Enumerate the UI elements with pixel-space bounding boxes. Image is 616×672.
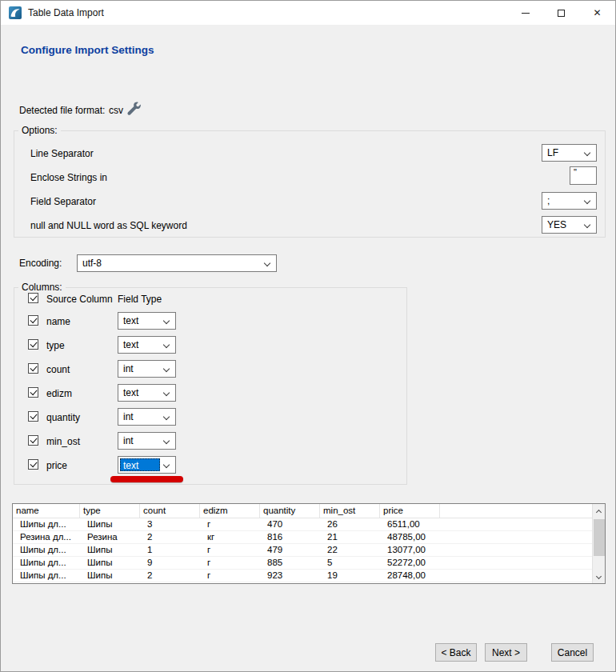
field-type-select-type[interactable]: text: [118, 336, 176, 354]
mysql-dolphin-icon: [9, 6, 22, 19]
encoding-label: Encoding:: [19, 258, 62, 269]
column-label-type: type: [46, 340, 65, 351]
column-label-min-ost: min_ost: [46, 436, 80, 447]
annotation-red-underline: [110, 476, 183, 482]
minimize-button[interactable]: [507, 1, 543, 25]
column-checkbox-price[interactable]: [28, 459, 38, 470]
chevron-down-icon: [163, 414, 170, 420]
field-type-header: Field Type: [118, 294, 162, 305]
field-separator-select[interactable]: ;: [542, 192, 597, 210]
close-button[interactable]: ✕: [579, 1, 615, 25]
detected-format-value: csv: [109, 105, 123, 116]
window-controls: ✕: [507, 1, 615, 25]
source-column-header: Source Column: [46, 294, 113, 305]
null-keyword-select[interactable]: YES: [542, 216, 597, 234]
table-row[interactable]: Шипы дл... Шипы 2 г 923 19 28748,00: [13, 570, 605, 582]
field-separator-label: Field Separator: [30, 196, 96, 207]
column-header-min-ost[interactable]: min_ost: [320, 504, 380, 518]
column-header-filler: [440, 504, 605, 518]
table-data-import-window: Table Data Import ✕ Configure Import Set…: [0, 0, 616, 672]
field-type-select-min-ost[interactable]: int: [118, 432, 176, 450]
columns-group: Columns: Source Column Field Type name t…: [14, 287, 407, 485]
chevron-down-icon: [163, 366, 170, 372]
field-type-select-price[interactable]: text: [118, 456, 176, 474]
scroll-up-icon[interactable]: [596, 510, 602, 515]
field-type-select-name[interactable]: text: [118, 312, 176, 330]
selected-value-highlight: text: [120, 458, 160, 471]
field-type-select-quantity[interactable]: int: [118, 408, 176, 426]
column-header-type[interactable]: type: [80, 504, 140, 518]
data-preview-table: name type count edizm quantity min_ost p…: [12, 503, 606, 584]
next-button[interactable]: Next >: [485, 643, 527, 662]
select-all-columns-checkbox[interactable]: [28, 293, 38, 303]
close-icon: ✕: [593, 8, 601, 18]
column-checkbox-type[interactable]: [28, 339, 38, 350]
chevron-down-icon: [163, 342, 170, 348]
options-group: Options: Line Separator LF Enclose Strin…: [14, 130, 606, 238]
table-row[interactable]: Шипы дл... Шипы 9 г 885 5 52272,00: [13, 557, 605, 570]
page-title: Configure Import Settings: [21, 44, 154, 56]
column-label-price: price: [46, 460, 67, 471]
column-header-name[interactable]: name: [13, 504, 80, 518]
column-header-count[interactable]: count: [140, 504, 200, 518]
detected-format-label: Detected file format:: [19, 105, 105, 116]
chevron-down-icon: [163, 462, 170, 468]
scrollbar-thumb[interactable]: [594, 519, 605, 556]
wrench-icon[interactable]: [126, 102, 142, 117]
chevron-down-icon: [163, 390, 170, 396]
options-group-label: Options:: [18, 125, 61, 136]
vertical-scrollbar[interactable]: [592, 504, 605, 583]
column-label-name: name: [46, 316, 70, 327]
column-checkbox-min-ost[interactable]: [28, 435, 38, 446]
chevron-down-icon: [584, 222, 590, 228]
null-keyword-label: null and NULL word as SQL keyword: [30, 220, 187, 231]
chevron-down-icon: [163, 318, 170, 324]
column-header-price[interactable]: price: [380, 504, 440, 518]
window-title: Table Data Import: [28, 7, 104, 18]
columns-group-label: Columns:: [18, 282, 66, 293]
column-header-quantity[interactable]: quantity: [260, 504, 320, 518]
field-type-select-edizm[interactable]: text: [118, 384, 176, 402]
enclose-strings-label: Enclose Strings in: [30, 172, 107, 183]
cancel-button[interactable]: Cancel: [551, 643, 594, 662]
column-label-count: count: [46, 364, 70, 375]
titlebar[interactable]: Table Data Import ✕: [1, 1, 615, 25]
maximize-button[interactable]: [543, 1, 579, 25]
chevron-down-icon: [264, 260, 270, 266]
table-row[interactable]: Шипы дл... Шипы 1 г 479 22 13077,00: [13, 544, 605, 557]
table-row[interactable]: Шипы дл... Шипы 3 г 470 26 6511,00: [13, 518, 605, 531]
line-separator-label: Line Separator: [30, 148, 94, 159]
encoding-select[interactable]: utf-8: [77, 254, 277, 272]
table-header-row: name type count edizm quantity min_ost p…: [13, 504, 605, 518]
column-checkbox-edizm[interactable]: [28, 387, 38, 398]
minimize-icon: [522, 13, 530, 14]
column-label-quantity: quantity: [46, 412, 80, 423]
chevron-down-icon: [584, 198, 590, 204]
column-checkbox-count[interactable]: [28, 363, 38, 374]
column-header-edizm[interactable]: edizm: [200, 504, 260, 518]
table-row[interactable]: Резина дл... Резина 2 кг 816 21 48785,00: [13, 531, 605, 544]
chevron-down-icon: [163, 438, 170, 444]
enclose-strings-input[interactable]: [570, 166, 597, 185]
scroll-down-icon[interactable]: [596, 574, 602, 579]
column-checkbox-name[interactable]: [28, 315, 38, 326]
column-checkbox-quantity[interactable]: [28, 411, 38, 422]
chevron-down-icon: [584, 150, 590, 156]
column-label-edizm: edizm: [46, 388, 72, 399]
maximize-icon: [558, 10, 565, 17]
field-type-select-count[interactable]: int: [118, 360, 176, 378]
back-button[interactable]: < Back: [435, 643, 477, 662]
line-separator-select[interactable]: LF: [542, 144, 597, 162]
